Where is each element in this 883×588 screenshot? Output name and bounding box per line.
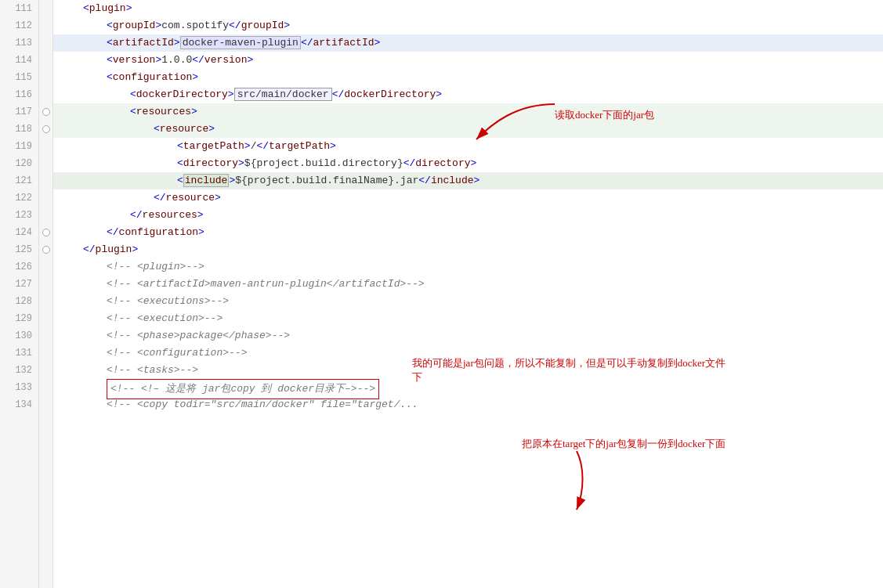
line-num-119: 119 (0, 138, 38, 155)
line-num-123: 123 (0, 207, 38, 224)
line-num-120: 120 (0, 155, 38, 172)
gutter-130 (39, 327, 52, 345)
gutter-128 (39, 293, 52, 310)
line-num-127: 127 (0, 276, 38, 293)
line-num-126: 126 (0, 258, 38, 276)
code-line-126: <!-- <plugin>--> (53, 258, 883, 276)
gutter-114 (39, 52, 52, 69)
code-area[interactable]: <plugin> <groupId>com.spotify</groupId> … (53, 0, 883, 588)
code-line-116: <dockerDirectory>src/main/docker</docker… (53, 86, 883, 103)
arrow-copy (569, 451, 631, 514)
line-num-130: 130 (0, 327, 38, 345)
code-line-123: </resources> (53, 207, 883, 224)
code-line-130: <!-- <phase>package</phase>--> (53, 327, 883, 345)
gutter-127 (39, 276, 52, 293)
code-line-133: <!-- <!– 这是将 jar包copy 到 docker目录下–>--> (53, 379, 883, 396)
gutter-121 (39, 172, 52, 189)
gutter-117 (39, 103, 52, 121)
line-num-113: 113 (0, 34, 38, 52)
line-num-111: 111 (0, 0, 38, 17)
gutter-113 (39, 34, 52, 52)
code-line-127: <!-- <artifactId>maven-antrun-plugin</ar… (53, 276, 883, 293)
line-num-115: 115 (0, 69, 38, 86)
line-num-132: 132 (0, 362, 38, 379)
code-line-121: <include>${project.build.finalName}.jar<… (53, 172, 883, 189)
line-numbers: 111 112 113 114 115 116 117 118 119 120 … (0, 0, 39, 588)
code-line-124: </configuration> (53, 224, 883, 241)
line-num-128: 128 (0, 293, 38, 310)
line-num-117: 117 (0, 103, 38, 121)
line-num-114: 114 (0, 52, 38, 69)
code-line-128: <!-- <executions>--> (53, 293, 883, 310)
gutter-124 (39, 224, 52, 241)
gutter-131 (39, 345, 52, 362)
code-line-129: <!-- <execution>--> (53, 310, 883, 327)
gutter-120 (39, 155, 52, 172)
gutter-111 (39, 0, 52, 17)
code-line-113: <artifactId>docker-maven-plugin</artifac… (53, 34, 883, 52)
gutter-118 (39, 121, 52, 138)
gutter-116 (39, 86, 52, 103)
code-line-122: </resource> (53, 189, 883, 207)
code-line-134: <!-- <copy todir="src/main/docker" file=… (53, 396, 883, 413)
line-num-129: 129 (0, 310, 38, 327)
fold-icon-118[interactable] (42, 125, 50, 133)
gutter-133 (39, 379, 52, 396)
line-num-118: 118 (0, 121, 38, 138)
line-num-122: 122 (0, 189, 38, 207)
code-line-115: <configuration> (53, 69, 883, 86)
gutter-122 (39, 189, 52, 207)
line-num-125: 125 (0, 241, 38, 258)
gutter-129 (39, 310, 52, 327)
fold-icon-125[interactable] (42, 246, 50, 254)
annotation-copy-jar: 把原本在target下的jar包复制一份到docker下面 (522, 437, 726, 451)
line-num-121: 121 (0, 172, 38, 189)
code-line-119: <targetPath>/</targetPath> (53, 138, 883, 155)
gutter (39, 0, 53, 588)
docker-directory-value: src/main/docker (234, 88, 332, 101)
gutter-134 (39, 396, 52, 413)
gutter-115 (39, 69, 52, 86)
tag-open: < (83, 2, 89, 14)
gutter-112 (39, 17, 52, 34)
gutter-126 (39, 258, 52, 276)
line-num-124: 124 (0, 224, 38, 241)
gutter-123 (39, 207, 52, 224)
gutter-119 (39, 138, 52, 155)
line-num-116: 116 (0, 86, 38, 103)
code-line-132: <!-- <tasks>--> (53, 362, 883, 379)
code-line-114: <version>1.0.0</version> (53, 52, 883, 69)
code-line-112: <groupId>com.spotify</groupId> (53, 17, 883, 34)
code-line-120: <directory>${project.build.directory}</d… (53, 155, 883, 172)
fold-icon-117[interactable] (42, 108, 50, 116)
line-num-131: 131 (0, 345, 38, 362)
line-num-134: 134 (0, 396, 38, 413)
code-line-111: <plugin> (53, 0, 883, 17)
editor-container: 111 112 113 114 115 116 117 118 119 120 … (0, 0, 883, 588)
code-line-117: <resources> (53, 103, 883, 121)
annotation-copy-text: 把原本在target下的jar包复制一份到docker下面 (522, 438, 726, 449)
code-line-125: </plugin> (53, 241, 883, 258)
fold-icon-124[interactable] (42, 229, 50, 236)
gutter-132 (39, 362, 52, 379)
code-line-131: <!-- <configuration>--> (53, 345, 883, 362)
line-num-133: 133 (0, 379, 38, 396)
line-num-112: 112 (0, 17, 38, 34)
gutter-125 (39, 241, 52, 258)
artifact-id-highlight: docker-maven-plugin (180, 36, 301, 49)
code-line-118: <resource> (53, 121, 883, 138)
